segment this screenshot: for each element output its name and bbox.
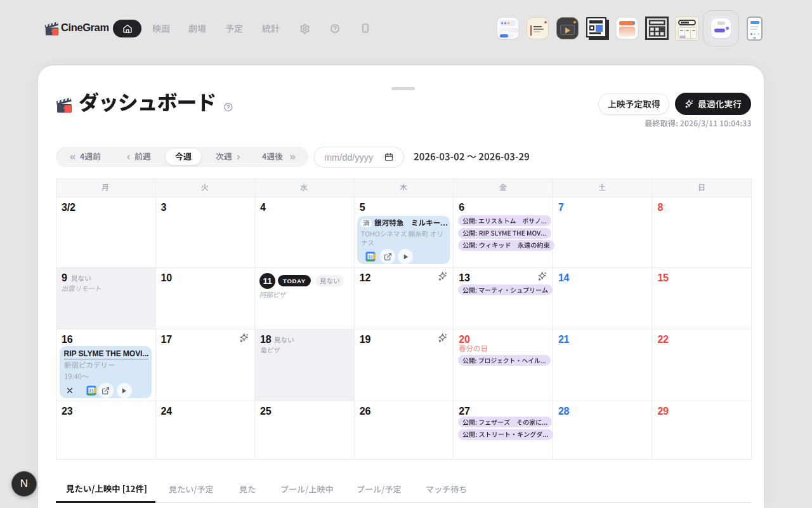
- svg-text:31: 31: [368, 255, 373, 259]
- svg-text:31: 31: [89, 389, 94, 393]
